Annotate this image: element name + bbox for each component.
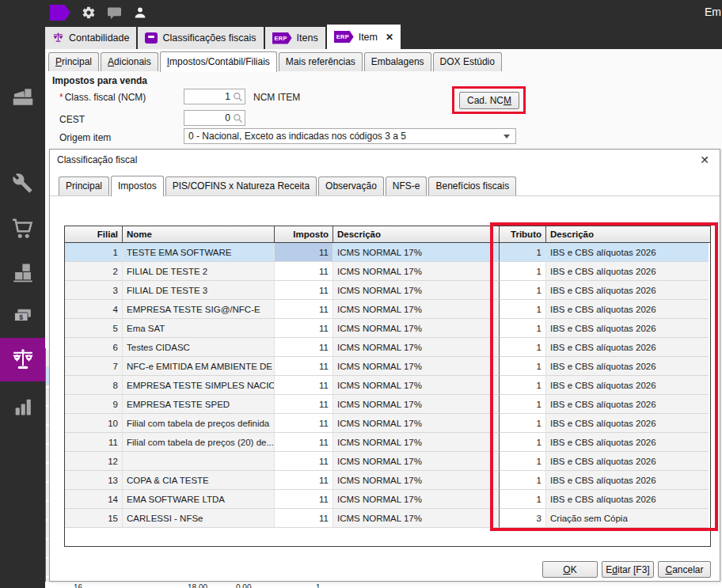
- cell-tributo: 1: [500, 243, 546, 262]
- erp-badge-icon: ERP: [334, 31, 354, 43]
- origem-label: Origem item: [59, 132, 111, 143]
- cell-imposto: 11: [275, 319, 333, 338]
- tab-impostos-contabil-filiais[interactable]: Impostos/Contábil/Filiais: [160, 51, 277, 72]
- table-row[interactable]: 11 Filial com tabela de preços (20) de..…: [65, 433, 710, 452]
- cell-tributo-descricao: IBS e CBS alíquotas 2026: [546, 452, 709, 471]
- cell-tributo-descricao: IBS e CBS alíquotas 2026: [546, 490, 709, 509]
- tab-label: rincipal: [62, 56, 92, 67]
- cell-tributo-descricao: IBS e CBS alíquotas 2026: [546, 300, 709, 319]
- cell-imposto-descricao: ICMS NORMAL 17%: [333, 395, 500, 414]
- table-row[interactable]: 4 EMPRESA TESTE SIG@/NFC-E 11 ICMS NORMA…: [65, 300, 710, 319]
- sidebar-item-purchases[interactable]: [0, 211, 45, 246]
- cell-tributo: 1: [500, 338, 546, 357]
- search-icon[interactable]: [233, 113, 243, 123]
- dialog-tab-pis-cofins[interactable]: PIS/COFINS x Natureza Receita: [165, 176, 317, 195]
- cell-tributo: 1: [500, 281, 546, 300]
- dialog-tab-impostos[interactable]: Impostos: [111, 176, 164, 196]
- editar-button[interactable]: Editar [F3]: [602, 561, 654, 578]
- table-row[interactable]: 14 EMA SOFTWARE LTDA 11 ICMS NORMAL 17% …: [65, 490, 710, 509]
- scale-icon: [52, 32, 64, 44]
- search-icon[interactable]: [233, 92, 243, 102]
- cell-imposto-descricao: ICMS NORMAL 17%: [333, 281, 500, 300]
- table-row[interactable]: 6 Testes CIDASC 11 ICMS NORMAL 17% 1 IBS…: [65, 338, 710, 357]
- table-row[interactable]: 7 NFC-e EMITIDA EM AMBIENTE DE TE... 11 …: [65, 357, 710, 376]
- required-mark: *: [59, 92, 63, 103]
- cell-imposto: 11: [275, 414, 333, 433]
- header-imposto[interactable]: Imposto: [275, 226, 333, 242]
- tab-label: Benefícios fiscais: [435, 180, 509, 192]
- table-row[interactable]: 2 FILIAL DE TESTE 2 11 ICMS NORMAL 17% 1…: [65, 262, 710, 281]
- header-descricao-tributo[interactable]: Descrição: [546, 226, 709, 242]
- ok-button[interactable]: OK: [542, 561, 598, 578]
- tab-dox-estudio[interactable]: DOX Estúdio: [433, 52, 502, 71]
- cell-imposto-descricao: ICMS NORMAL 17%: [333, 376, 500, 395]
- chat-icon[interactable]: [107, 6, 122, 20]
- money-icon: $: [12, 307, 34, 324]
- origem-value: 0 - Nacional, Exceto as indicadas nos có…: [188, 131, 406, 142]
- gear-icon[interactable]: [82, 6, 96, 20]
- cell-nome: COPA & CIA TESTE: [123, 471, 275, 490]
- sidebar-item-reports[interactable]: [0, 389, 45, 424]
- cell-imposto: 11: [275, 376, 333, 395]
- sidebar-item-fiscal[interactable]: −+: [0, 338, 45, 381]
- stock-boxes-icon: [12, 262, 34, 283]
- cest-input[interactable]: 0: [184, 110, 245, 126]
- window-tab-itens[interactable]: ERP Itens: [265, 27, 325, 49]
- cell-tributo-descricao: IBS e CBS alíquotas 2026: [546, 471, 709, 490]
- tab-adicionais[interactable]: Adicionais: [101, 52, 158, 71]
- user-icon[interactable]: [133, 6, 147, 20]
- tab-close-icon[interactable]: ✕: [386, 32, 393, 43]
- cell-tributo: 1: [500, 452, 546, 471]
- drawer-icon: [145, 32, 158, 44]
- tab-principal[interactable]: Principal: [48, 52, 99, 71]
- cell-tributo: 3: [500, 509, 546, 528]
- cad-ncm-button[interactable]: Cad. NCM: [459, 92, 519, 109]
- sidebar-item-financial[interactable]: $: [0, 298, 45, 333]
- table-row[interactable]: 13 COPA & CIA TESTE 11 ICMS NORMAL 17% 1…: [65, 471, 710, 490]
- table-row[interactable]: 15 CARLESSI - NFSe 11 ICMS NORMAL 17% 3 …: [65, 509, 710, 528]
- dialog-tab-beneficios-fiscais[interactable]: Benefícios fiscais: [428, 176, 516, 195]
- tab-label: Principal: [66, 180, 102, 192]
- close-icon[interactable]: ✕: [700, 153, 709, 167]
- dialog-tab-observacao[interactable]: Observação: [318, 176, 384, 195]
- origem-select[interactable]: 0 - Nacional, Exceto as indicadas nos có…: [184, 128, 516, 144]
- cell-filial: 7: [65, 357, 123, 376]
- cell-imposto: 11: [275, 509, 333, 528]
- cell-filial: 12: [65, 452, 123, 471]
- sidebar-item-pdv[interactable]: [0, 81, 45, 116]
- header-nome[interactable]: Nome: [123, 226, 275, 242]
- cell-tributo: 1: [500, 414, 546, 433]
- header-descricao[interactable]: Descrição: [333, 226, 500, 242]
- ncm-input[interactable]: 1: [184, 89, 245, 104]
- window-tab-item[interactable]: ERP Item ✕: [327, 25, 401, 49]
- table-row[interactable]: 1 TESTE EMA SOFTWARE 11 ICMS NORMAL 17% …: [65, 243, 710, 262]
- dialog-tab-nfse[interactable]: NFS-e: [386, 176, 428, 195]
- app-logo-icon[interactable]: [50, 5, 70, 21]
- sidebar-item-stock[interactable]: [0, 255, 45, 290]
- table-row[interactable]: 8 EMPRESA TESTE SIMPLES NACIONAL 11 ICMS…: [65, 376, 710, 395]
- cell-nome: EMPRESA TESTE SIG@/NFC-E: [123, 300, 275, 319]
- cest-label: CEST: [59, 114, 85, 125]
- header-tributo[interactable]: Tributo: [500, 226, 546, 242]
- table-row[interactable]: 12 11 ICMS NORMAL 17% 1 IBS e CBS alíquo…: [65, 452, 710, 471]
- table-row[interactable]: 3 FILIAL DE TESTE 3 11 ICMS NORMAL 17% 1…: [65, 281, 710, 300]
- tab-label: A: [108, 56, 114, 67]
- window-tab-contabilidade[interactable]: Contabilidade: [45, 27, 136, 49]
- cell-imposto: 11: [275, 490, 333, 509]
- dialog-tab-principal[interactable]: Principal: [59, 176, 109, 195]
- table-row[interactable]: 9 EMPRESA TESTE SPED 11 ICMS NORMAL 17% …: [65, 395, 710, 414]
- sidebar-item-services[interactable]: [0, 166, 45, 201]
- window-tab-classificacoes-fiscais[interactable]: Classificações fiscais: [138, 27, 263, 49]
- dialog-table-body: 1 TESTE EMA SOFTWARE 11 ICMS NORMAL 17% …: [65, 243, 710, 528]
- table-row[interactable]: 10 Filial com tabela de preços definida …: [65, 414, 710, 433]
- tab-label: DOX Estúdio: [440, 56, 495, 67]
- tab-embalagens[interactable]: Embalagens: [364, 52, 431, 71]
- tab-mais-referencias[interactable]: Mais referências: [279, 52, 363, 71]
- cancelar-button[interactable]: Cancelar: [658, 561, 711, 578]
- header-filial[interactable]: Filial: [65, 226, 123, 242]
- table-row[interactable]: 5 Ema SAT 11 ICMS NORMAL 17% 1 IBS e CBS…: [65, 319, 710, 338]
- cell-filial: 9: [65, 395, 123, 414]
- tab-label: Observação: [325, 180, 377, 192]
- tab-label: Impostos: [118, 180, 157, 192]
- ncm-value: 1: [184, 91, 233, 102]
